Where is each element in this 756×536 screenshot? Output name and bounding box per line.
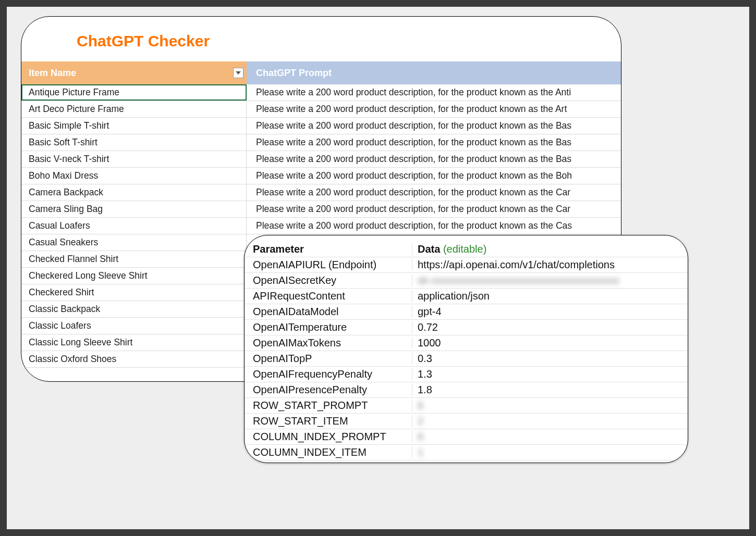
cell-prompt[interactable]: Please write a 200 word product descript… <box>247 168 621 184</box>
param-row: OpenAISecretKeysk-xxxxxxxxxxxxxxxxxxxxxx… <box>245 273 688 289</box>
param-value[interactable]: 0.3 <box>412 353 688 365</box>
param-name[interactable]: OpenAIPresencePenalty <box>245 384 412 396</box>
filter-dropdown-button[interactable] <box>233 68 243 78</box>
cell-item-name[interactable]: Art Deco Picture Frame <box>21 101 247 117</box>
param-name[interactable]: OpenAISecretKey <box>245 275 412 286</box>
editable-hint: (editable) <box>443 243 486 255</box>
param-row: OpenAIFrequencyPenalty1.3 <box>245 367 688 382</box>
param-name[interactable]: ROW_START_PROMPT <box>245 400 412 412</box>
param-row: APIRequestContentapplication/json <box>245 289 688 304</box>
cell-prompt[interactable]: Please write a 200 word product descript… <box>247 118 621 134</box>
table-row: Antique Picture FramePlease write a 200 … <box>21 84 621 101</box>
param-name[interactable]: OpenAIDataModel <box>245 306 412 318</box>
table-row: Casual LoafersPlease write a 200 word pr… <box>21 218 621 234</box>
cell-item-name[interactable]: Basic Soft T-shirt <box>21 134 247 151</box>
cell-prompt[interactable]: Please write a 200 word product descript… <box>247 84 621 101</box>
column-header-prompt-label: ChatGPT Prompt <box>256 68 332 79</box>
cell-item-name[interactable]: Classic Oxford Shoes <box>21 351 247 367</box>
chevron-down-icon <box>236 71 241 74</box>
param-header-data: Data (editable) <box>412 243 688 255</box>
column-header-item[interactable]: Item Name <box>21 61 247 84</box>
param-name[interactable]: OpenAITopP <box>245 353 412 365</box>
cell-item-name[interactable]: Casual Loafers <box>21 218 247 234</box>
cell-item-name[interactable]: Checkered Shirt <box>21 284 247 301</box>
param-row: OpenAITopP0.3 <box>245 351 688 367</box>
cell-item-name[interactable]: Boho Maxi Dress <box>21 168 247 184</box>
cell-item-name[interactable]: Basic Simple T-shirt <box>21 118 247 134</box>
cell-item-name[interactable]: Checkered Long Sleeve Shirt <box>21 268 247 284</box>
parameters-panel: Parameter Data (editable) OpenAIAPIURL (… <box>244 235 688 463</box>
param-name[interactable]: APIRequestContent <box>245 290 412 302</box>
cell-prompt[interactable]: Please write a 200 word product descript… <box>247 151 621 167</box>
param-name[interactable]: OpenAIFrequencyPenalty <box>245 368 412 380</box>
column-header-prompt[interactable]: ChatGPT Prompt <box>247 61 621 84</box>
cell-prompt[interactable]: Please write a 200 word product descript… <box>247 218 621 234</box>
table-row: Camera BackpackPlease write a 200 word p… <box>21 184 621 201</box>
param-name[interactable]: OpenAIAPIURL (Endpoint) <box>245 259 412 271</box>
table-row: Basic Soft T-shirtPlease write a 200 wor… <box>21 134 621 151</box>
param-value[interactable]: 1.3 <box>412 368 688 380</box>
parameters-header-row: Parameter Data (editable) <box>245 242 688 257</box>
param-value[interactable]: application/json <box>412 290 688 302</box>
param-value[interactable]: https://api.openai.com/v1/chat/completio… <box>412 259 688 271</box>
cell-item-name[interactable]: Antique Picture Frame <box>21 84 247 101</box>
param-value[interactable]: 1 <box>412 446 688 458</box>
cell-item-name[interactable]: Basic V-neck T-shirt <box>21 151 247 167</box>
param-name[interactable]: OpenAITemperature <box>245 321 412 333</box>
param-value[interactable]: 0.72 <box>412 321 688 333</box>
table-row: Basic Simple T-shirtPlease write a 200 w… <box>21 118 621 134</box>
param-value[interactable]: 2 <box>412 415 688 427</box>
table-row: Camera Sling BagPlease write a 200 word … <box>21 201 621 218</box>
cell-item-name[interactable]: Checked Flannel Shirt <box>21 251 247 267</box>
table-row: Art Deco Picture FramePlease write a 200… <box>21 101 621 118</box>
param-row: COLUMN_INDEX_ITEM1 <box>245 445 688 460</box>
param-name[interactable]: COLUMN_INDEX_ITEM <box>245 446 412 458</box>
param-name[interactable]: COLUMN_INDEX_PROMPT <box>245 431 412 443</box>
cell-item-name[interactable]: Classic Loafers <box>21 318 247 334</box>
param-row: OpenAITemperature0.72 <box>245 320 688 335</box>
cell-prompt[interactable]: Please write a 200 word product descript… <box>247 184 621 201</box>
cell-prompt[interactable]: Please write a 200 word product descript… <box>247 201 621 217</box>
param-value[interactable]: 6 <box>412 400 688 412</box>
parameters-table: Parameter Data (editable) OpenAIAPIURL (… <box>245 235 688 460</box>
cell-prompt[interactable]: Please write a 200 word product descript… <box>247 101 621 117</box>
column-header-item-label: Item Name <box>29 68 76 79</box>
param-row: OpenAIDataModelgpt-4 <box>245 304 688 320</box>
param-row: ROW_START_PROMPT6 <box>245 398 688 414</box>
table-row: Basic V-neck T-shirtPlease write a 200 w… <box>21 151 621 168</box>
table-header-row: Item Name ChatGPT Prompt <box>21 61 621 84</box>
cell-item-name[interactable]: Classic Long Sleeve Shirt <box>21 334 247 351</box>
table-row: Boho Maxi DressPlease write a 200 word p… <box>21 168 621 184</box>
param-row: OpenAIPresencePenalty1.8 <box>245 382 688 398</box>
param-value[interactable]: gpt-4 <box>412 306 688 318</box>
cell-item-name[interactable]: Casual Sneakers <box>21 234 247 251</box>
cell-item-name[interactable]: Classic Backpack <box>21 301 247 317</box>
param-value[interactable]: 1000 <box>412 337 688 349</box>
param-row: ROW_START_ITEM2 <box>245 414 688 429</box>
page-title: ChatGPT Checker <box>21 17 621 61</box>
param-header-name: Parameter <box>245 243 412 255</box>
param-name[interactable]: OpenAIMaxTokens <box>245 337 412 349</box>
param-value[interactable]: 1.8 <box>412 384 688 396</box>
param-value[interactable]: sk-xxxxxxxxxxxxxxxxxxxxxxxxxxxxxxxxxxxx <box>412 275 688 286</box>
param-name[interactable]: ROW_START_ITEM <box>245 415 412 427</box>
param-row: COLUMN_INDEX_PROMPT6 <box>245 429 688 445</box>
param-row: OpenAIMaxTokens1000 <box>245 335 688 351</box>
cell-item-name[interactable]: Camera Backpack <box>21 184 247 201</box>
param-value[interactable]: 6 <box>412 431 688 443</box>
cell-prompt[interactable]: Please write a 200 word product descript… <box>247 134 621 151</box>
cell-item-name[interactable]: Camera Sling Bag <box>21 201 247 217</box>
param-row: OpenAIAPIURL (Endpoint)https://api.opena… <box>245 257 688 273</box>
